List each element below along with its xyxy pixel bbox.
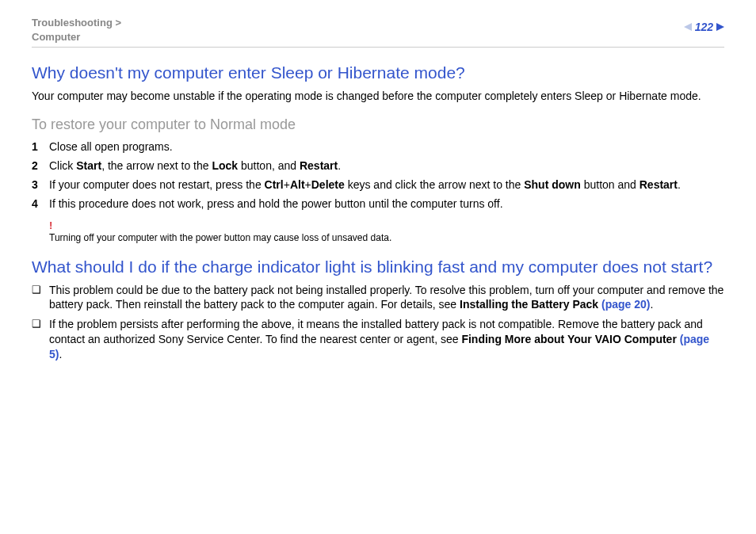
bullet-2-text: If the problem persists after performing… <box>49 317 724 362</box>
breadcrumb-part1: Troubleshooting > <box>32 17 121 29</box>
document-page: Troubleshooting > Computer 122 Why doesn… <box>0 0 756 383</box>
step-4: If this procedure does not work, press a… <box>32 196 724 212</box>
step-2-text: Click Start, the arrow next to the Lock … <box>49 158 724 174</box>
restore-steps-list: Close all open programs. Click Start, th… <box>32 139 724 212</box>
next-page-icon[interactable] <box>716 23 724 31</box>
page-navigator: 122 <box>684 16 724 33</box>
restore-normal-subheading: To restore your computer to Normal mode <box>32 116 724 133</box>
prev-page-icon[interactable] <box>684 23 692 31</box>
step-3-text: If your computer does not restart, press… <box>49 177 724 193</box>
bullet-1: This problem could be due to the battery… <box>32 283 724 313</box>
section-heading-charge-indicator: What should I do if the charge indicator… <box>32 257 724 277</box>
warning-text: Turning off your computer with the power… <box>49 232 391 243</box>
link-page-20[interactable]: (page 20) <box>601 298 650 311</box>
warning-icon: ! <box>49 219 724 231</box>
page-number: 122 <box>695 21 713 33</box>
step-1-text: Close all open programs. <box>49 139 724 154</box>
step-3: If your computer does not restart, press… <box>32 177 724 193</box>
breadcrumb[interactable]: Troubleshooting > Computer <box>32 16 121 44</box>
bullet-2: If the problem persists after performing… <box>32 317 724 362</box>
bullet-list: This problem could be due to the battery… <box>32 283 724 362</box>
warning-note: ! Turning off your computer with the pow… <box>49 219 724 243</box>
section1-intro: Your computer may become unstable if the… <box>32 89 724 104</box>
step-1: Close all open programs. <box>32 139 724 154</box>
step-4-text: If this procedure does not work, press a… <box>49 196 724 212</box>
section-heading-sleep-hibernate: Why doesn't my computer enter Sleep or H… <box>32 63 724 82</box>
step-2: Click Start, the arrow next to the Lock … <box>32 158 724 174</box>
bullet-1-text: This problem could be due to the battery… <box>49 283 724 313</box>
breadcrumb-part2: Computer <box>32 31 80 43</box>
page-header: Troubleshooting > Computer 122 <box>32 16 724 48</box>
